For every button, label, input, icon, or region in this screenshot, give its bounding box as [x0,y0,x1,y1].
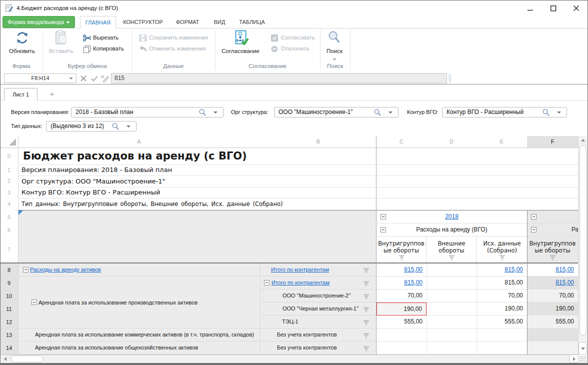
cell-f11[interactable]: 190,00 [527,302,578,316]
filter-funnel-icon[interactable] [363,307,370,312]
cell-c9-value[interactable]: 815,00 [404,279,422,286]
cell-e8[interactable]: 815,00 [476,264,527,276]
select-all-corner[interactable] [9,138,16,146]
filter-funnel-icon[interactable] [363,333,370,338]
column-header-c[interactable]: C [376,136,426,148]
cell-c10[interactable]: 70,00 [376,290,426,302]
filter-funnel-icon[interactable] [363,346,370,352]
search-icon[interactable] [542,108,550,116]
cell-d14[interactable] [426,342,476,354]
cell-c8[interactable]: 815,00 [376,264,426,276]
sheet-tab[interactable]: Лист 1 [4,88,38,100]
filter-combo-org[interactable]: ООО "Машиностроение-1" [274,107,398,118]
year-link[interactable]: 2018 [445,213,458,220]
enter-check-icon[interactable] [91,76,98,82]
row-header-11[interactable]: 11 [0,302,18,316]
horizontal-scrollbar[interactable] [1,355,578,363]
rowdim-a9-12-merged[interactable]: Арендная плата за использование производ… [18,276,260,328]
measure-header-e[interactable]: Исх. данные (Собрано) [477,236,527,262]
row-header-13[interactable]: 13 [0,328,18,342]
filter-combo-version[interactable]: 2018 - Базовый план [71,107,224,118]
column-header-e[interactable]: E [476,136,527,148]
measure-header-c[interactable]: Внутригруппов ые обороты [376,236,426,262]
cell-d9[interactable] [426,276,476,290]
filter-funnel-icon[interactable] [398,255,405,260]
tab-view[interactable]: ВИД [210,16,230,28]
cell-e13[interactable] [476,328,527,342]
filter-funnel-icon[interactable] [448,255,455,260]
column-header-b[interactable]: B [260,136,376,148]
cell-e9[interactable]: 815,00 [476,276,527,290]
form-io-menu-button[interactable]: Форма ввода/вывода [2,16,75,28]
row-header-14[interactable]: 14 [0,342,18,355]
row-header-5[interactable]: 5 [0,210,18,224]
formula-bar-splitter[interactable] [448,74,451,82]
rowdim-b9-link[interactable]: Итого по контрагентам [272,276,330,289]
cell-f9-value[interactable]: 815,00 [556,279,574,286]
pivot-corner-marker[interactable] [18,210,23,215]
filter-funnel-icon[interactable] [363,268,370,274]
collapse-icon[interactable] [23,267,28,272]
rowdim-a14[interactable]: Арендная плата за использование общехозя… [18,342,260,354]
approval-button[interactable]: Согласование [220,30,260,60]
row-header-12[interactable]: 12 [0,316,18,329]
cell-d12[interactable] [426,316,476,328]
rowdim-b12[interactable]: ТЭЦ-1 [260,316,376,328]
formula-input[interactable]: 815 [111,73,447,84]
rowdim-b13[interactable]: Без учета контрагентов [260,328,376,342]
collapse-icon[interactable] [380,214,386,220]
rowdim-b10[interactable]: ООО "Машиностроение-2" [260,290,376,302]
cell-f8[interactable]: 815,00 [527,264,578,276]
measure-group-cell[interactable]: Расходы на аренду (ВГО) [376,224,527,236]
filter-funnel-icon[interactable] [499,255,506,260]
maximize-button[interactable] [547,2,559,14]
cell-e11[interactable]: 190,00 [476,302,527,316]
rowdim-b14[interactable]: Без учета контрагентов [260,342,376,354]
search-icon[interactable] [112,122,120,130]
chevron-down-icon[interactable] [126,126,130,128]
cell-f12[interactable]: 555,00 [527,316,578,328]
cell-c14[interactable] [376,342,426,354]
cell-f8-value[interactable]: 815,00 [556,266,574,273]
rowdim-b11[interactable]: ООО "Черная металлургия-1" [260,302,376,316]
row-header-1[interactable]: 1 [0,164,18,176]
year-header-cell-f[interactable] [527,210,578,224]
cell-c12[interactable]: 555,00 [376,316,426,328]
edit-formula-icon[interactable] [100,74,110,82]
collapse-icon[interactable] [531,227,536,232]
filter-combo-datatype[interactable]: (Выделено 3 из 12) [46,121,136,132]
row-header-7[interactable]: 7 [0,236,18,262]
filter-funnel-icon[interactable] [363,281,370,286]
search-dropdown-icon[interactable] [322,56,346,62]
column-header-a[interactable]: A [18,136,260,148]
name-box[interactable]: F8:H14 [4,74,76,83]
minimize-button[interactable] [524,2,536,14]
cell-e12[interactable]: 555,00 [476,316,527,328]
horizontal-scroll-thumb[interactable] [11,356,44,362]
cell-e14[interactable] [476,342,527,354]
rowdim-b8-link[interactable]: Итого по контрагентам [271,264,329,276]
collapse-icon[interactable] [264,280,270,286]
scroll-right-button[interactable] [569,354,578,363]
row-header-3[interactable]: 3 [0,187,18,198]
paste-button[interactable]: Вставить [46,30,76,60]
row-header-2[interactable]: 2 [0,176,18,187]
column-header-d[interactable]: D [426,136,476,148]
row-header-10[interactable]: 10 [0,290,18,303]
filter-combo-contour[interactable]: Контур ВГО - Расширенный [442,107,567,118]
cell-c13[interactable] [376,328,426,342]
cell-d11[interactable] [426,302,476,316]
cell-e10[interactable]: 70,00 [476,290,527,302]
cell-f14[interactable] [527,342,578,354]
refresh-button[interactable]: Обновить [4,30,40,60]
cell-c8-value[interactable]: 815,00 [404,266,422,273]
collapse-icon[interactable] [32,300,37,305]
chevron-down-icon[interactable] [388,112,392,114]
chevron-down-icon[interactable] [557,112,561,114]
collapse-icon[interactable] [380,227,386,232]
row-header-4[interactable]: 4 [0,198,18,210]
row-header-9[interactable]: 9 [0,276,18,290]
resize-grip[interactable] [579,356,587,363]
rowdim-a8-link[interactable]: Расходы на аренду активов [30,264,101,276]
tab-constructor[interactable]: КОНСТРУКТОР [120,16,166,28]
